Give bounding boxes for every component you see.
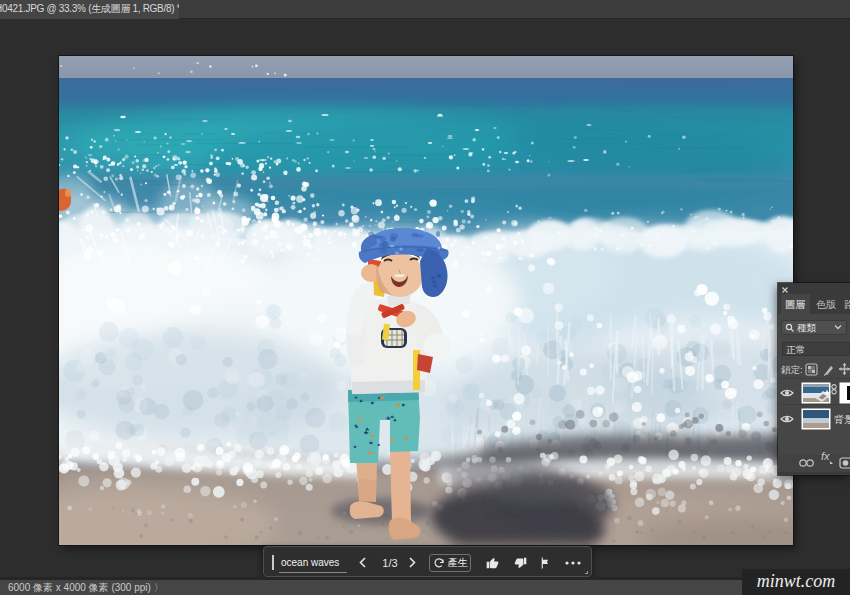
svg-text:色版: 色版 [816,299,836,310]
svg-text:鎖定:: 鎖定: [781,364,803,375]
svg-text:路: 路 [844,299,850,310]
svg-text:fx: fx [821,450,830,462]
svg-text:背景: 背景 [834,414,850,425]
svg-text:種類: 種類 [797,322,817,333]
svg-text:正常: 正常 [786,344,805,355]
svg-text:圖層: 圖層 [785,299,805,310]
